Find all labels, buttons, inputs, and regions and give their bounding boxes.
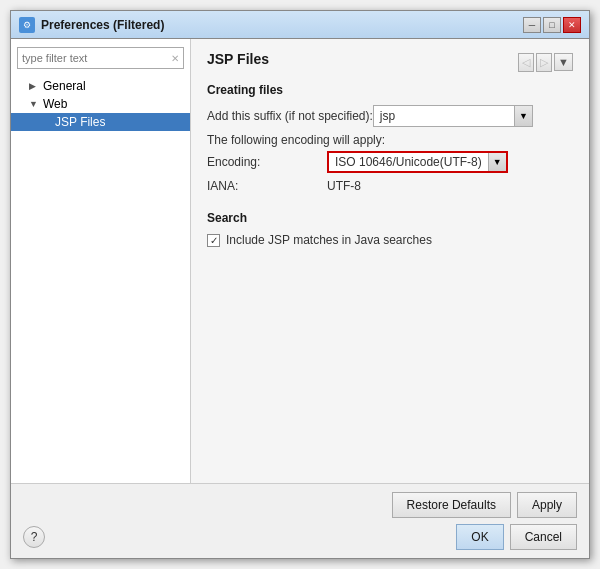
- suffix-label: Add this suffix (if not specified):: [207, 109, 373, 123]
- filter-clear-icon[interactable]: ✕: [171, 53, 179, 64]
- title-bar: ⚙ Preferences (Filtered) ─ □ ✕: [11, 11, 589, 39]
- encoding-desc-row: The following encoding will apply:: [207, 133, 573, 147]
- tree-arrow-general: ▶: [29, 81, 39, 91]
- suffix-dropdown[interactable]: jsp ▼: [373, 105, 533, 127]
- filter-input[interactable]: [22, 52, 171, 64]
- suffix-row: Add this suffix (if not specified): jsp …: [207, 105, 573, 127]
- button-row-top: Restore Defaults Apply: [23, 492, 577, 518]
- sidebar: ✕ ▶ General ▼ Web JSP Files: [11, 39, 191, 483]
- apply-button[interactable]: Apply: [517, 492, 577, 518]
- dialog-icon: ⚙: [19, 17, 35, 33]
- sidebar-item-jsp-files[interactable]: JSP Files: [11, 113, 190, 131]
- preferences-dialog: ⚙ Preferences (Filtered) ─ □ ✕ ✕ ▶ Gener…: [10, 10, 590, 559]
- ok-cancel-group: OK Cancel: [456, 524, 577, 550]
- encoding-desc-label: The following encoding will apply:: [207, 133, 385, 147]
- checkbox-row: Include JSP matches in Java searches: [207, 233, 573, 247]
- ok-button[interactable]: OK: [456, 524, 503, 550]
- tree-arrow-web: ▼: [29, 99, 39, 109]
- help-button[interactable]: ?: [23, 526, 45, 548]
- suffix-dropdown-arrow[interactable]: ▼: [514, 106, 532, 126]
- encoding-dropdown-arrow[interactable]: ▼: [488, 153, 506, 171]
- restore-defaults-button[interactable]: Restore Defaults: [392, 492, 511, 518]
- nav-back-icon[interactable]: ◁: [518, 53, 534, 72]
- dialog-title: Preferences (Filtered): [41, 18, 164, 32]
- button-row-bottom: ? OK Cancel: [23, 524, 577, 550]
- tree-area: ▶ General ▼ Web JSP Files: [11, 73, 190, 479]
- encoding-field-label: Encoding:: [207, 155, 327, 169]
- dialog-body: ✕ ▶ General ▼ Web JSP Files: [11, 39, 589, 483]
- minimize-button[interactable]: ─: [523, 17, 541, 33]
- search-header: Search: [207, 211, 573, 225]
- nav-forward-icon[interactable]: ▷: [536, 53, 552, 72]
- maximize-button[interactable]: □: [543, 17, 561, 33]
- close-button[interactable]: ✕: [563, 17, 581, 33]
- encoding-dropdown[interactable]: ISO 10646/Unicode(UTF-8) ▼: [327, 151, 508, 173]
- iana-row: IANA: UTF-8: [207, 179, 573, 193]
- title-buttons: ─ □ ✕: [523, 17, 581, 33]
- sidebar-item-label-web: Web: [43, 97, 67, 111]
- nav-dropdown-icon[interactable]: ▼: [554, 53, 573, 71]
- content-title: JSP Files: [207, 51, 269, 73]
- iana-label: IANA:: [207, 179, 327, 193]
- jsp-search-checkbox[interactable]: [207, 234, 220, 247]
- search-section: Search Include JSP matches in Java searc…: [207, 211, 573, 247]
- iana-value: UTF-8: [327, 179, 361, 193]
- cancel-button[interactable]: Cancel: [510, 524, 577, 550]
- jsp-search-label: Include JSP matches in Java searches: [226, 233, 432, 247]
- suffix-value: jsp: [374, 109, 514, 123]
- creating-files-header: Creating files: [207, 83, 573, 97]
- title-bar-left: ⚙ Preferences (Filtered): [19, 17, 164, 33]
- filter-box[interactable]: ✕: [17, 47, 184, 69]
- sidebar-item-label-jsp: JSP Files: [55, 115, 105, 129]
- sidebar-item-general[interactable]: ▶ General: [11, 77, 190, 95]
- sidebar-item-label-general: General: [43, 79, 86, 93]
- nav-icons: ◁ ▷ ▼: [518, 53, 573, 72]
- bottom-bar: Restore Defaults Apply ? OK Cancel: [11, 483, 589, 558]
- encoding-value: ISO 10646/Unicode(UTF-8): [329, 155, 488, 169]
- encoding-row: Encoding: ISO 10646/Unicode(UTF-8) ▼: [207, 151, 573, 173]
- main-content: JSP Files ◁ ▷ ▼ Creating files Add this …: [191, 39, 589, 483]
- sidebar-item-web[interactable]: ▼ Web: [11, 95, 190, 113]
